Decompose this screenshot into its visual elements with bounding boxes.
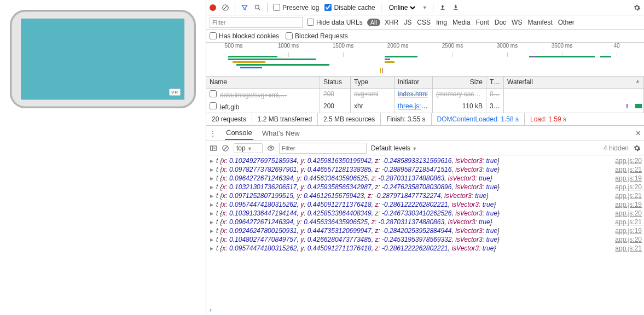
devtools-panel: Preserve log Disable cache Online ▼ Hide… (206, 0, 644, 315)
blocked-cookies-checkbox[interactable]: Has blocked cookies (210, 32, 279, 40)
hide-data-urls-checkbox[interactable]: Hide data URLs (307, 19, 363, 26)
log-source-link[interactable]: app.js:19 (615, 227, 642, 235)
filter-type-img[interactable]: Img (436, 19, 447, 26)
console-log-entry[interactable]: ▸t{x: 0.0964272671246394, y: 0.445633643… (208, 218, 642, 226)
tab-console[interactable]: Console (225, 126, 253, 140)
request-table-header[interactable]: Name Status Type Initiator Size Ti… Wate… (206, 77, 644, 89)
log-source-link[interactable]: app.js:20 (615, 183, 642, 191)
col-type: Type (351, 77, 394, 88)
log-source-link[interactable]: app.js:19 (615, 201, 642, 208)
log-levels-select[interactable]: Default levels ▼ (371, 144, 417, 152)
filter-type-font[interactable]: Font (476, 19, 489, 26)
console-log-entry[interactable]: ▸t{x: 0.09574474180315262, y: 0.44509127… (208, 244, 642, 253)
blocked-requests-checkbox[interactable]: Blocked Requests (286, 32, 348, 40)
clear-console-icon[interactable] (222, 144, 229, 152)
timeline-tick: 2500 ms (425, 43, 480, 54)
request-table-body: data:image/svg+xml,…200svg+xmlindex.html… (206, 89, 644, 113)
console-prompt[interactable]: › (206, 305, 644, 315)
console-log-entry[interactable]: ▸t{x: 0.0971252807199515, y: 0.446126156… (208, 191, 642, 200)
table-row[interactable]: data:image/svg+xml,…200svg+xmlindex.html… (206, 89, 644, 101)
console-filter-input[interactable] (279, 143, 367, 154)
console-log-entry[interactable]: ▸t{x: 0.09574474180315262, y: 0.44509127… (208, 200, 642, 209)
live-expression-icon[interactable] (267, 144, 275, 152)
tab-whats-new[interactable]: What's New (261, 127, 301, 139)
preserve-log-checkbox[interactable]: Preserve log (273, 4, 319, 11)
clear-icon[interactable] (222, 4, 229, 11)
filter-icon[interactable] (241, 4, 248, 11)
summary-finish: Finish: 3.55 s (381, 113, 431, 125)
filter-input[interactable] (210, 17, 303, 28)
summary-load: Load: 1.59 s (525, 113, 572, 125)
network-summary: 20 requests 1.2 MB transferred 2.5 MB re… (206, 113, 644, 126)
col-name: Name (206, 77, 320, 88)
summary-requests: 20 requests (206, 113, 252, 125)
console-log-entry[interactable]: ▸t{x: 0.0964272671246394, y: 0.445633643… (208, 174, 642, 183)
download-icon[interactable] (452, 4, 460, 11)
svg-line-1 (224, 5, 228, 9)
filter-type-ws[interactable]: WS (512, 19, 522, 26)
record-button[interactable] (210, 4, 216, 11)
console-log-entry[interactable]: ▸t{x: 0.10249276975185934, y: 0.42598163… (208, 156, 642, 165)
hidden-count: 4 hidden (604, 144, 629, 152)
disable-cache-checkbox[interactable]: Disable cache (324, 4, 375, 11)
timeline-bars (206, 55, 644, 74)
svg-point-10 (270, 147, 272, 149)
console-log-entry[interactable]: ▸t{x: 0.09246247800150931, y: 0.44473531… (208, 226, 642, 235)
filter-all-pill[interactable]: All (367, 19, 380, 26)
summary-resources: 2.5 MB resources (318, 113, 381, 125)
drawer-tabs: ⋮ Console What's New × (206, 126, 644, 141)
filter-type-other[interactable]: Other (558, 19, 575, 26)
timeline-tick: 3500 ms (535, 43, 589, 54)
log-source-link[interactable]: app.js:20 (615, 157, 642, 165)
drawer-menu-icon[interactable]: ⋮ (210, 130, 217, 137)
log-source-link[interactable]: app.js:21 (615, 244, 642, 252)
summary-transferred: 1.2 MB transferred (252, 113, 318, 125)
context-select[interactable]: top ▼ (234, 143, 263, 153)
console-sidebar-icon[interactable] (210, 144, 217, 152)
log-source-link[interactable]: app.js:21 (615, 192, 642, 200)
log-source-link[interactable]: app.js:21 (615, 166, 642, 173)
timeline-tick: 1500 ms (316, 43, 370, 54)
timeline-overview[interactable]: 500 ms1000 ms1500 ms2000 ms2500 ms3000 m… (206, 43, 644, 77)
col-size: Size (433, 77, 486, 88)
console-log-entry[interactable]: ▸t{x: 0.10391336447194144, y: 0.42585338… (208, 209, 642, 218)
settings-icon[interactable] (633, 4, 641, 11)
log-source-link[interactable]: app.js:19 (615, 174, 642, 182)
search-icon[interactable] (254, 4, 262, 11)
filter-type-js[interactable]: JS (404, 19, 411, 26)
vr-badge: VR (169, 89, 181, 96)
svg-rect-6 (211, 145, 217, 150)
svg-line-9 (224, 146, 228, 150)
svg-line-3 (258, 8, 260, 10)
filter-type-manifest[interactable]: Manifest (527, 19, 552, 26)
filter-bar: Hide data URLs All XHRJSCSSImgMediaFontD… (206, 15, 644, 30)
col-initiator: Initiator (394, 77, 433, 88)
summary-domcontentloaded: DOMContentLoaded: 1.58 s (432, 113, 525, 125)
timeline-tick: 3000 ms (480, 43, 535, 54)
console-log-entry[interactable]: ▸t{x: 0.10480274770849757, y: 0.42662804… (208, 235, 642, 244)
console-log-entry[interactable]: ▸t{x: 0.10321301736206517, y: 0.42593585… (208, 183, 642, 191)
drawer-close-icon[interactable]: × (636, 129, 641, 138)
device-screen: VR (21, 19, 184, 100)
log-source-link[interactable]: app.js:21 (615, 218, 642, 226)
log-source-link[interactable]: app.js:20 (615, 209, 642, 217)
svg-rect-5 (454, 9, 457, 9)
upload-icon[interactable] (439, 4, 446, 11)
console-toolbar: top ▼ Default levels ▼ 4 hidden (206, 141, 644, 155)
svg-point-2 (255, 5, 259, 9)
filter-type-css[interactable]: CSS (417, 19, 431, 26)
filter-type-list: XHRJSCSSImgMediaFontDocWSManifestOther (385, 19, 575, 26)
filter-type-xhr[interactable]: XHR (385, 19, 398, 26)
page-preview: VR (0, 0, 206, 315)
device-frame: VR (10, 10, 196, 108)
table-row[interactable]: left.glb200xhrthree.js:2…110 kB3… (206, 101, 644, 113)
console-output[interactable]: ▸t{x: 0.10249276975185934, y: 0.42598163… (206, 155, 644, 305)
timeline-tick: 2000 ms (370, 43, 425, 54)
filter-type-doc[interactable]: Doc (495, 19, 506, 26)
console-settings-icon[interactable] (633, 144, 641, 152)
log-source-link[interactable]: app.js:20 (615, 236, 642, 243)
throttling-select[interactable]: Online (387, 3, 417, 12)
console-log-entry[interactable]: ▸t{x: 0.09782773782697901, y: 0.44655712… (208, 165, 642, 174)
timeline-tick: 500 ms (206, 43, 261, 54)
filter-type-media[interactable]: Media (452, 19, 471, 26)
